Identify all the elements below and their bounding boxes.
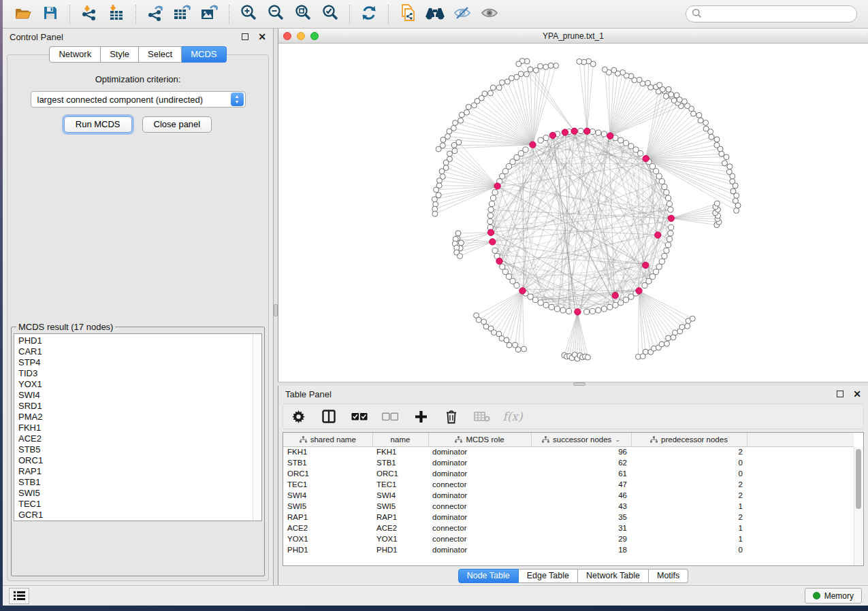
table-cell[interactable]: STB1 xyxy=(372,457,428,468)
table-cell[interactable]: 43 xyxy=(531,501,631,512)
mcds-node-item[interactable]: ORC1 xyxy=(18,455,261,466)
table-cell[interactable]: 2 xyxy=(631,446,747,457)
run-mcds-button[interactable]: Run MCDS xyxy=(64,116,132,133)
open-file-button[interactable] xyxy=(12,3,35,25)
select-all-button[interactable] xyxy=(351,408,368,425)
float-panel-icon[interactable] xyxy=(837,391,843,397)
column-header-predecessor-nodes[interactable]: predecessor nodes xyxy=(631,433,747,446)
column-header-successor-nodes[interactable]: successor nodes⌄ xyxy=(531,433,631,446)
close-panel-icon[interactable]: ✕ xyxy=(258,32,266,42)
close-panel-icon[interactable]: ✕ xyxy=(853,389,861,399)
table-cell[interactable]: 61 xyxy=(531,468,631,479)
table-cell[interactable]: 1 xyxy=(631,523,747,533)
table-row[interactable]: SWI4SWI4dominator462 xyxy=(283,490,854,501)
table-cell[interactable]: 47 xyxy=(531,479,631,490)
table-cell[interactable]: RAP1 xyxy=(283,512,372,523)
table-cell[interactable]: SWI5 xyxy=(283,501,372,512)
table-cell[interactable]: FKH1 xyxy=(372,446,428,457)
table-cell[interactable]: FKH1 xyxy=(283,446,372,457)
maximize-window-icon[interactable] xyxy=(310,32,319,40)
table-cell[interactable]: 1 xyxy=(631,533,747,544)
table-cell[interactable]: ACE2 xyxy=(372,523,428,533)
table-scrollbar[interactable] xyxy=(854,447,863,565)
table-cell[interactable]: 31 xyxy=(531,523,631,533)
tab-network-table[interactable]: Network Table xyxy=(578,569,649,583)
mcds-node-item[interactable]: SRD1 xyxy=(18,401,261,412)
table-cell[interactable]: ORC1 xyxy=(372,468,428,479)
tab-motifs[interactable]: Motifs xyxy=(649,569,688,583)
column-header-MCDS-role[interactable]: MCDS role xyxy=(428,433,531,446)
scrollbar-thumb[interactable] xyxy=(856,449,861,509)
copy-network-button[interactable] xyxy=(396,3,419,25)
mcds-node-item[interactable]: GCR1 xyxy=(18,510,261,521)
mcds-result-list[interactable]: PHD1CAR1STP4TID3YOX1SWI4SRD1PMA2FKH1ACE2… xyxy=(14,333,262,521)
table-cell[interactable]: 0 xyxy=(631,544,747,555)
list-scrollbar[interactable] xyxy=(253,334,261,521)
table-cell[interactable]: SWI5 xyxy=(372,501,428,512)
table-cell[interactable]: RAP1 xyxy=(372,512,428,523)
table-cell[interactable]: dominator xyxy=(428,446,531,457)
table-row[interactable]: RAP1RAP1dominator352 xyxy=(283,512,854,523)
table-cell[interactable]: YOX1 xyxy=(283,533,372,544)
table-row[interactable]: STB1STB1dominator620 xyxy=(283,457,854,468)
table-cell[interactable]: dominator xyxy=(428,512,531,523)
table-cell[interactable]: dominator xyxy=(428,490,531,501)
refresh-button[interactable] xyxy=(357,3,381,25)
splitter-grip[interactable] xyxy=(274,304,278,316)
unselect-all-button[interactable] xyxy=(382,408,398,425)
mcds-node-item[interactable]: FKH1 xyxy=(18,423,261,433)
table-cell[interactable]: TEC1 xyxy=(283,479,372,490)
zoom-fit-button[interactable] xyxy=(291,3,315,25)
import-network-button[interactable] xyxy=(78,3,101,25)
add-column-button[interactable] xyxy=(413,408,429,425)
table-row[interactable]: FKH1FKH1dominator962 xyxy=(283,446,854,457)
table-cell[interactable]: dominator xyxy=(428,457,531,468)
table-cell[interactable]: SWI4 xyxy=(372,490,428,501)
table-row[interactable]: TEC1TEC1connector472 xyxy=(283,479,854,490)
search-box[interactable] xyxy=(686,5,857,22)
table-cell[interactable]: 96 xyxy=(531,446,631,457)
table-cell[interactable]: 1 xyxy=(631,501,747,512)
table-cell[interactable]: 29 xyxy=(531,533,631,544)
hide-selected-button[interactable] xyxy=(451,3,474,25)
table-cell[interactable]: connector xyxy=(428,501,531,512)
close-window-icon[interactable] xyxy=(283,32,291,40)
mcds-node-item[interactable]: STB1 xyxy=(18,477,261,488)
close-panel-button[interactable]: Close panel xyxy=(142,116,212,133)
zoom-in-button[interactable] xyxy=(237,3,260,25)
mcds-node-item[interactable]: STB5 xyxy=(18,444,261,455)
mcds-node-item[interactable]: YOX1 xyxy=(18,379,261,390)
table-cell[interactable]: 35 xyxy=(531,512,631,523)
table-cell[interactable]: connector xyxy=(428,533,531,544)
mcds-node-item[interactable]: TEC1 xyxy=(18,499,261,510)
network-canvas[interactable] xyxy=(278,44,868,382)
network-graph[interactable] xyxy=(278,44,868,382)
column-header-name[interactable]: name xyxy=(372,433,428,446)
show-all-button[interactable] xyxy=(478,3,501,25)
table-cell[interactable]: 2 xyxy=(631,490,747,501)
float-panel-icon[interactable] xyxy=(242,33,248,40)
criterion-dropdown[interactable]: largest connected component (undirected)… xyxy=(31,91,246,108)
table-cell[interactable]: 2 xyxy=(631,479,747,490)
table-cell[interactable]: 18 xyxy=(531,544,631,555)
table-row[interactable]: PHD1PHD1dominator180 xyxy=(283,544,854,555)
table-cell[interactable]: dominator xyxy=(428,468,531,479)
table-cell[interactable]: 0 xyxy=(631,457,747,468)
export-image-button[interactable] xyxy=(198,3,221,25)
mcds-node-item[interactable]: SWI4 xyxy=(18,390,261,401)
tab-mcds[interactable]: MCDS xyxy=(182,46,226,63)
table-row[interactable]: ACE2ACE2connector311 xyxy=(283,523,854,533)
table-cell[interactable]: connector xyxy=(428,479,531,490)
splitter-grip[interactable] xyxy=(573,382,585,386)
table-cell[interactable]: 2 xyxy=(631,512,747,523)
zoom-out-button[interactable] xyxy=(264,3,287,25)
column-header-shared-name[interactable]: shared name xyxy=(283,433,372,446)
mcds-node-item[interactable]: STP4 xyxy=(18,357,261,368)
save-session-button[interactable] xyxy=(39,3,62,25)
delete-table-button[interactable] xyxy=(474,408,490,425)
vertical-splitter[interactable] xyxy=(273,29,278,585)
table-cell[interactable]: YOX1 xyxy=(372,533,428,544)
table-cell[interactable]: ACE2 xyxy=(283,523,372,533)
network-titlebar[interactable]: YPA_prune.txt_1 xyxy=(278,29,868,44)
table-cell[interactable]: 62 xyxy=(531,457,631,468)
